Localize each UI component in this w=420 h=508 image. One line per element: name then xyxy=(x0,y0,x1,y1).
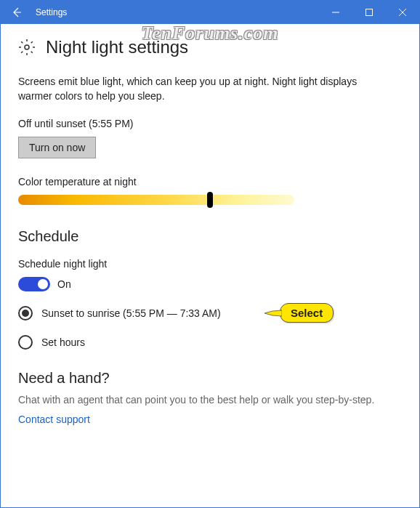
color-temp-label: Color temperature at night xyxy=(18,176,402,188)
schedule-toggle-row: On xyxy=(18,277,402,291)
callout-tail-icon xyxy=(264,307,282,319)
maximize-button[interactable] xyxy=(352,1,386,24)
schedule-heading: Schedule xyxy=(18,228,402,245)
help-description: Chat with an agent that can point you to… xyxy=(18,394,402,406)
slider-thumb[interactable] xyxy=(207,192,213,208)
window-controls xyxy=(319,1,419,24)
radio-sunset[interactable] xyxy=(18,306,33,320)
content: Night light settings Screens emit blue l… xyxy=(1,24,419,426)
contact-support-link[interactable]: Contact support xyxy=(18,414,90,425)
callout-bubble: Select xyxy=(280,303,334,323)
minimize-button[interactable] xyxy=(319,1,352,24)
maximize-icon xyxy=(366,9,373,16)
radio-sunset-row[interactable]: Sunset to sunrise (5:55 PM — 7:33 AM) Se… xyxy=(18,306,402,320)
minimize-icon xyxy=(332,9,339,16)
page-header: Night light settings xyxy=(18,37,402,57)
color-temp-slider[interactable] xyxy=(18,195,294,205)
radio-sethours[interactable] xyxy=(18,335,33,350)
annotation-callout: Select xyxy=(280,303,334,323)
radio-sethours-label: Set hours xyxy=(41,336,85,348)
back-button[interactable] xyxy=(1,1,33,24)
close-button[interactable] xyxy=(386,1,419,24)
svg-rect-1 xyxy=(366,9,373,16)
help-heading: Need a hand? xyxy=(18,370,402,387)
gear-icon xyxy=(18,39,36,56)
page-description: Screens emit blue light, which can keep … xyxy=(18,75,389,103)
close-icon xyxy=(399,9,406,16)
window-title: Settings xyxy=(36,7,319,17)
radio-sethours-row[interactable]: Set hours xyxy=(18,335,402,350)
status-text: Off until sunset (5:55 PM) xyxy=(18,118,402,129)
svg-point-4 xyxy=(25,45,29,49)
schedule-label: Schedule night light xyxy=(18,258,402,270)
turn-on-button[interactable]: Turn on now xyxy=(18,137,96,158)
callout-text: Select xyxy=(291,307,323,319)
schedule-toggle[interactable] xyxy=(18,277,50,291)
titlebar: Settings xyxy=(1,1,419,24)
page-title: Night light settings xyxy=(46,37,188,57)
back-arrow-icon xyxy=(11,7,23,18)
radio-sunset-label: Sunset to sunrise (5:55 PM — 7:33 AM) xyxy=(41,307,221,319)
toggle-knob xyxy=(38,279,48,289)
toggle-state-label: On xyxy=(57,278,71,290)
slider-track xyxy=(18,195,294,205)
